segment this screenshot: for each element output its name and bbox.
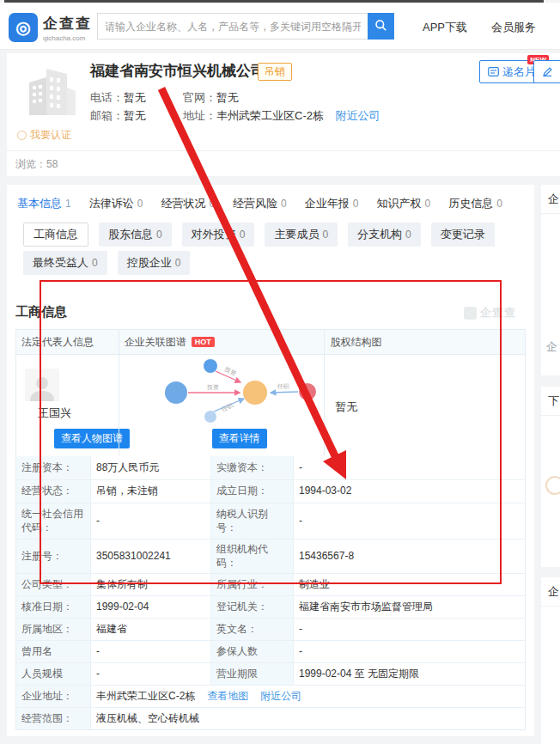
row-label-1: 核准日期： bbox=[16, 596, 91, 618]
certify-icon bbox=[17, 131, 27, 140]
registration-info-table: 注册资本：88万人民币元实缴资本：-经营状态：吊销，未注销成立日期：1994-0… bbox=[15, 456, 526, 730]
graph-edge-label: 投资 bbox=[206, 384, 219, 390]
row-value-2: 1994-03-02 bbox=[294, 480, 525, 503]
table-row: 公司类型：集体所有制所属行业：制造业 bbox=[16, 573, 525, 595]
row-label-2: 英文名： bbox=[211, 619, 294, 640]
row-value-1: 吊销，未注销 bbox=[91, 480, 211, 503]
row-value-2: 1999-02-04 至 无固定期限 bbox=[294, 663, 525, 685]
row-label-2: 参保人数 bbox=[211, 641, 294, 662]
tab-6[interactable]: 历史信息0 bbox=[448, 196, 502, 211]
table-row: 经营状态：吊销，未注销成立日期：1994-03-02 bbox=[16, 479, 525, 503]
subtab-b-1[interactable]: 控股企业0 bbox=[118, 251, 191, 275]
website-label: 官网： bbox=[183, 91, 216, 104]
row-value-1: 88万人民币元 bbox=[91, 456, 211, 479]
nearby-companies-link[interactable]: 附近公司 bbox=[336, 109, 380, 122]
site-name: 企查查 bbox=[43, 14, 92, 34]
tab-4[interactable]: 企业年报0 bbox=[305, 196, 359, 211]
scope-row-value: 液压机械、空心砖机械 bbox=[91, 708, 525, 729]
subtab-1[interactable]: 股东信息0 bbox=[99, 223, 172, 247]
address-label: 地址： bbox=[183, 109, 216, 122]
sidebar-panel-1: 企 企 bbox=[541, 185, 560, 375]
subtab-5[interactable]: 变更记录 bbox=[431, 223, 495, 247]
table-content-row: 王国兴 查看人物图谱 投资 投资 bbox=[16, 354, 525, 457]
row-value-2: - bbox=[294, 503, 525, 539]
phone-value: 暂无 bbox=[124, 91, 146, 104]
row-value-1: 集体所有制 bbox=[91, 574, 211, 595]
qichacha-company-page: ◎ 企查查 qichacha.com APP下载 会员服务 企 bbox=[0, 0, 560, 744]
edit-correction-button[interactable] bbox=[533, 60, 560, 83]
relation-graph[interactable]: 投资 投资 任职 任职 bbox=[119, 355, 326, 428]
table-row-scope: 经营范围：液压机械、空心砖机械 bbox=[16, 707, 525, 729]
legal-rep-graph-table: 法定代表人信息 企业关联图谱 HOT 股权结构图 王国兴 查看人物图谱 bbox=[15, 329, 526, 458]
graph-node-blue-large bbox=[165, 381, 187, 404]
col-header-legal-rep: 法定代表人信息 bbox=[16, 330, 119, 354]
site-domain: qichacha.com bbox=[43, 34, 92, 42]
nearby-companies-link[interactable]: 附近公司 bbox=[260, 690, 301, 704]
graph-edge-label: 任职 bbox=[219, 402, 234, 412]
person-avatar bbox=[25, 369, 59, 401]
col-header-equity-structure: 股权结构图 bbox=[324, 330, 525, 354]
table-header-row: 法定代表人信息 企业关联图谱 HOT 股权结构图 bbox=[16, 330, 525, 354]
sidebar-panel-3: 企 bbox=[541, 577, 560, 744]
subtab-3[interactable]: 主要成员0 bbox=[265, 223, 338, 247]
row-label-2: 成立日期： bbox=[211, 480, 294, 503]
subtab-4[interactable]: 分支机构0 bbox=[348, 223, 421, 247]
tab-3[interactable]: 经营风险0 bbox=[233, 196, 287, 211]
status-badge-revoked: 吊销 bbox=[258, 63, 292, 81]
row-value-1: - bbox=[91, 503, 211, 539]
row-label-1: 公司类型： bbox=[16, 574, 91, 595]
site-logo[interactable]: ◎ 企查查 qichacha.com bbox=[9, 13, 92, 42]
subtab-row-2: 最终受益人0控股企业0 bbox=[23, 251, 190, 275]
sidebar-panel-1-note: 企 bbox=[546, 339, 560, 355]
tab-5[interactable]: 知识产权0 bbox=[376, 196, 430, 211]
row-value-1: 3505831002241 bbox=[91, 540, 211, 573]
company-logo-placeholder bbox=[15, 61, 86, 123]
subtab-0[interactable]: 工商信息 bbox=[23, 223, 88, 247]
table-row: 所属地区：福建省英文名：- bbox=[16, 618, 525, 640]
nav-member-service[interactable]: 会员服务 bbox=[491, 20, 536, 35]
phone-label: 电话： bbox=[90, 91, 124, 104]
graph-edge-label: 任职 bbox=[277, 383, 289, 389]
tab-0[interactable]: 基本信息1 bbox=[17, 196, 71, 211]
row-label-2: 纳税人识别号： bbox=[211, 503, 294, 539]
tab-2[interactable]: 经营状况0 bbox=[161, 196, 215, 211]
qichacha-logo-icon: ◎ bbox=[9, 13, 38, 42]
view-details-button[interactable]: 查看详情 bbox=[212, 429, 267, 448]
address-value: 丰州武荣工业区C-2栋 bbox=[216, 109, 324, 122]
search-input[interactable] bbox=[97, 13, 368, 40]
top-bar: ◎ 企查查 qichacha.com APP下载 会员服务 企 bbox=[0, 3, 560, 50]
search-bar bbox=[97, 13, 394, 40]
search-button[interactable] bbox=[368, 13, 394, 40]
address-row-value: 丰州武荣工业区C-2栋查看地图附近公司 bbox=[91, 686, 525, 707]
graph-node-company bbox=[243, 381, 267, 405]
table-row: 注册资本：88万人民币元实缴资本：- bbox=[16, 456, 525, 479]
nav-app-download[interactable]: APP下载 bbox=[423, 20, 467, 35]
sidebar-panel-1-header: 企 bbox=[541, 185, 560, 214]
card-icon bbox=[488, 67, 499, 76]
sidebar-circle-icon bbox=[545, 476, 560, 495]
contact-row-2: 邮箱：暂无 地址：丰州武荣工业区C-2栋 附近公司 bbox=[90, 108, 146, 124]
divider bbox=[7, 150, 560, 151]
row-value-2: - bbox=[294, 641, 525, 662]
pencil-icon bbox=[542, 66, 553, 77]
row-label-1: 所属地区： bbox=[16, 619, 91, 640]
graph-node-blue-small bbox=[204, 359, 217, 373]
equity-structure-cell: 暂无 bbox=[324, 355, 525, 457]
relation-graph-cell: 投资 投资 任职 任职 查看详情 bbox=[119, 355, 325, 457]
subtab-b-0[interactable]: 最终受益人0 bbox=[23, 251, 107, 275]
certify-link[interactable]: 我要认证 bbox=[17, 128, 71, 143]
row-value-1: - bbox=[91, 663, 211, 685]
row-value-1: 1999-02-04 bbox=[91, 596, 211, 618]
tab-1[interactable]: 法律诉讼0 bbox=[89, 196, 143, 211]
graph-node-red bbox=[299, 383, 316, 400]
row-value-1: 福建省 bbox=[91, 619, 211, 640]
row-label-2: 营业期限 bbox=[211, 663, 294, 685]
company-name: 福建省南安市恒兴机械公司 bbox=[90, 61, 265, 81]
subtab-2[interactable]: 对外投资0 bbox=[182, 223, 255, 247]
row-label-1: 注册资本： bbox=[16, 456, 91, 479]
sidebar-panel-2-header: 下 bbox=[541, 387, 560, 416]
view-map-link[interactable]: 查看地图 bbox=[207, 690, 248, 704]
row-value-2: - bbox=[294, 456, 525, 479]
row-label-1: 统一社会信用代码： bbox=[16, 503, 91, 539]
row-value-2: - bbox=[294, 619, 525, 640]
